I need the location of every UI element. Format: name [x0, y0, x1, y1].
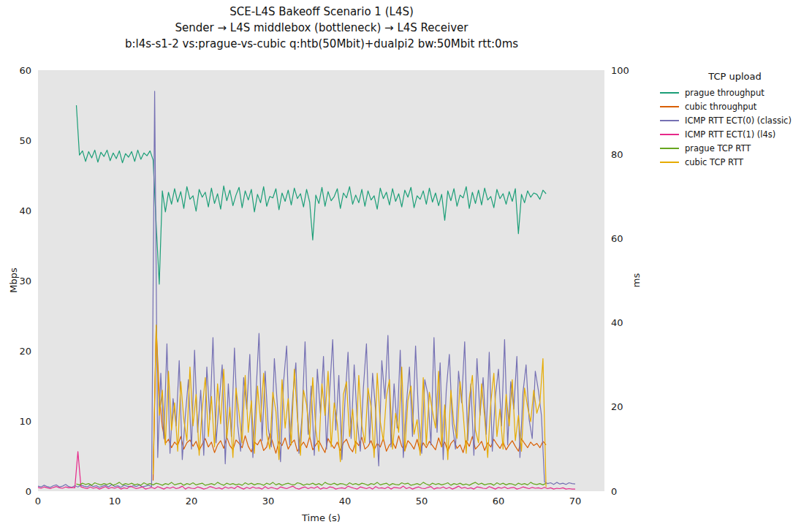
y-right-tick-80: 80 [611, 149, 623, 160]
y-left-tick-50: 50 [19, 135, 31, 146]
y-right-tick-40: 40 [611, 317, 623, 328]
x-axis-label: Time (s) [38, 512, 604, 523]
y-left-tick-20: 20 [19, 346, 31, 357]
legend-title: TCP upload [660, 71, 810, 82]
legend-line-sample [660, 162, 679, 163]
y-right-tick-60: 60 [611, 233, 623, 244]
legend-item-label: prague TCP RTT [685, 143, 751, 153]
legend-line-sample [660, 148, 679, 149]
x-tick-30: 30 [262, 496, 275, 507]
legend-line-sample [660, 134, 679, 135]
y-left-tick-60: 60 [19, 65, 31, 76]
legend-item-label: ICMP RTT ECT(0) (classic) [685, 115, 792, 126]
legend-item: ICMP RTT ECT(1) (l4s) [660, 127, 810, 141]
y-right-tick-100: 100 [611, 65, 629, 76]
legend-items: prague throughputcubic throughputICMP RT… [660, 86, 810, 169]
x-tick-50: 50 [416, 496, 428, 507]
y-axis-label-right: ms [631, 251, 642, 310]
y-right-tick-0: 0 [611, 486, 617, 497]
legend-item-label: cubic throughput [685, 102, 756, 112]
y-left-tick-30: 30 [19, 276, 31, 287]
y-axis-label-left: Mbps [8, 251, 19, 310]
x-tick-70: 70 [569, 496, 582, 507]
x-tick-60: 60 [493, 496, 505, 507]
x-tick-40: 40 [339, 496, 352, 507]
x-tick-10: 10 [109, 496, 121, 507]
legend-item-label: cubic TCP RTT [685, 157, 743, 167]
flent-chart-figure: SCE-L4S Bakeoff Scenario 1 (L4S) Sender … [0, 0, 812, 527]
legend: TCP upload prague throughputcubic throug… [660, 71, 810, 169]
legend-item: ICMP RTT ECT(0) (classic) [660, 113, 810, 127]
legend-line-sample [660, 106, 679, 107]
legend-line-sample [660, 92, 679, 94]
x-tick-0: 0 [35, 496, 41, 507]
legend-item: prague throughput [660, 86, 810, 99]
y-left-tick-10: 10 [19, 416, 31, 427]
x-tick-20: 20 [186, 496, 198, 507]
legend-line-sample [660, 120, 679, 121]
y-right-tick-20: 20 [611, 401, 623, 412]
y-left-tick-40: 40 [19, 205, 31, 216]
legend-item-label: ICMP RTT ECT(1) (l4s) [685, 129, 775, 140]
legend-item: cubic throughput [660, 99, 810, 113]
y-left-tick-0: 0 [26, 486, 31, 497]
legend-item: prague TCP RTT [660, 141, 810, 155]
legend-item: cubic TCP RTT [660, 155, 810, 169]
legend-item-label: prague throughput [685, 88, 764, 98]
